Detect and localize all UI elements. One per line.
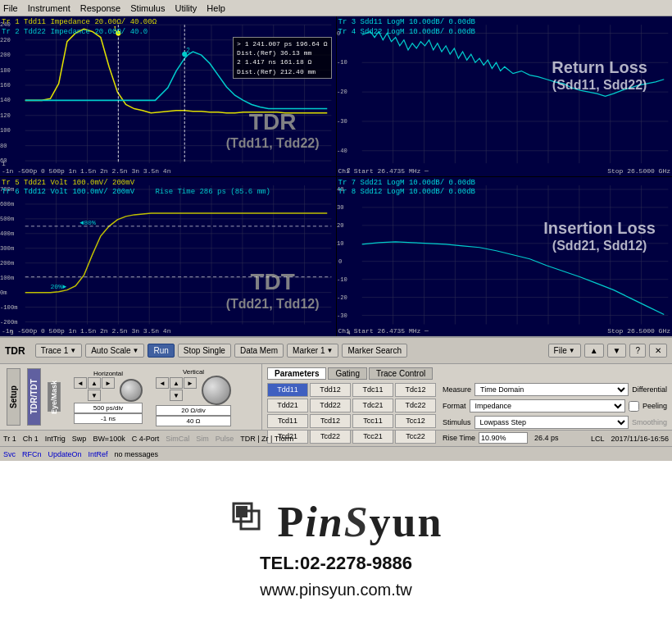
svg-text:180: 180 bbox=[0, 67, 11, 74]
question-button[interactable]: ? bbox=[629, 344, 646, 358]
trace-button[interactable]: Trace 1 ▼ bbox=[35, 344, 82, 358]
status-swp: Swp bbox=[72, 435, 87, 443]
param-tdd22[interactable]: Tdd22 bbox=[310, 399, 351, 412]
status-ch1: Ch 1 bbox=[23, 435, 39, 443]
measure-select[interactable]: Time Domain Frequency Domain bbox=[474, 383, 629, 396]
v-right-btn[interactable]: ► bbox=[184, 377, 197, 389]
svg-text:30: 30 bbox=[337, 203, 344, 210]
control-top-bar: TDR Trace 1 ▼ Auto Scale ▼ Run Stop Sing… bbox=[0, 338, 672, 364]
param-tdc21[interactable]: Tdc21 bbox=[352, 399, 393, 412]
horizontal-knob[interactable] bbox=[120, 379, 143, 402]
marker-search-button[interactable]: Marker Search bbox=[342, 344, 407, 358]
status-pulse: Pulse bbox=[216, 435, 234, 443]
svg-text:-100m: -100m bbox=[0, 303, 17, 310]
tdrtdt-label: TDR/TDT bbox=[27, 368, 41, 426]
param-tcc12[interactable]: Tcc12 bbox=[395, 414, 436, 428]
svg-text:-10: -10 bbox=[337, 276, 347, 282]
status-tr1: Tr 1 bbox=[3, 435, 16, 443]
menu-instrument[interactable]: Instrument bbox=[28, 3, 70, 13]
param-tcc22[interactable]: Tcc22 bbox=[395, 430, 436, 444]
stimulus-select[interactable]: Lowpass Step Lowpass Impulse Bandpass bbox=[474, 416, 629, 429]
close-button[interactable]: ✕ bbox=[649, 344, 667, 358]
svg-text:0: 0 bbox=[338, 257, 342, 264]
h-down-btn[interactable]: ▼ bbox=[88, 390, 101, 401]
plot-il-label: Insertion Loss (Sdd21, Sdd12) bbox=[543, 218, 656, 253]
plot-tdt-label: TDT (Tdd21, Tdd12) bbox=[226, 268, 320, 312]
tel-number: TEL:02-2278-9886 bbox=[260, 553, 412, 574]
menu-stimulus[interactable]: Stimulus bbox=[130, 3, 165, 13]
down-button[interactable]: ▼ bbox=[607, 344, 627, 358]
company-name-text: PinSyun bbox=[278, 498, 443, 546]
param-tcd22[interactable]: Tcd22 bbox=[310, 430, 351, 444]
smoothing-label: Smoothing bbox=[632, 418, 667, 426]
h-offset-value[interactable]: -1 ns bbox=[74, 413, 143, 424]
svg-text:300m: 300m bbox=[0, 244, 14, 251]
eyemask-label: Eye/Mask bbox=[48, 382, 61, 412]
rise-time-input[interactable] bbox=[479, 432, 528, 444]
v-down-btn[interactable]: ▼ bbox=[170, 390, 183, 401]
svg-text:-10: -10 bbox=[337, 59, 347, 66]
v-offset-value[interactable]: 40 Ω bbox=[156, 416, 231, 426]
menu-utility[interactable]: Utility bbox=[175, 3, 197, 13]
menu-help[interactable]: Help bbox=[207, 3, 225, 13]
status-lcl: LCL bbox=[591, 435, 605, 443]
status-bar-2: Svc RFCn UpdateOn IntRef no messages bbox=[0, 446, 672, 461]
menu-response[interactable]: Response bbox=[80, 3, 121, 13]
plot-rl-header: Tr 3 Sdd11 LogM 10.00dB/ 0.00dB Tr 4 Sdd… bbox=[338, 18, 671, 37]
tab-parameters[interactable]: Parameters bbox=[267, 367, 326, 380]
svg-text:2: 2 bbox=[186, 47, 190, 54]
peeling-label: Peeling bbox=[642, 402, 667, 410]
peeling-checkbox[interactable] bbox=[629, 401, 639, 412]
svg-text:-40: -40 bbox=[337, 148, 347, 154]
vertical-knob[interactable] bbox=[202, 376, 231, 405]
status-port: C 4-Port bbox=[132, 435, 160, 443]
param-tdc22[interactable]: Tdc22 bbox=[395, 399, 436, 412]
menu-file[interactable]: File bbox=[3, 3, 18, 13]
tdt-grid-svg: ◄80% 20%► 700m 600m 500m 400m 300m 200m … bbox=[0, 177, 336, 337]
param-tdc11[interactable]: Tdc11 bbox=[352, 383, 393, 397]
svg-text:500m: 500m bbox=[0, 215, 14, 221]
param-tdd21[interactable]: Tdd21 bbox=[267, 399, 308, 412]
format-select[interactable]: Impedance LogM Real bbox=[470, 399, 625, 412]
status-rfcn: RFCn bbox=[22, 450, 42, 458]
param-tcd12[interactable]: Tcd12 bbox=[310, 414, 351, 428]
tab-gating[interactable]: Gating bbox=[328, 367, 366, 380]
v-left-btn[interactable]: ◄ bbox=[156, 377, 169, 389]
param-tdd11[interactable]: Tdd11 bbox=[267, 383, 308, 397]
up-button[interactable]: ▲ bbox=[584, 344, 604, 358]
file-button[interactable]: File ▼ bbox=[548, 344, 581, 358]
h-right-btn[interactable]: ► bbox=[102, 377, 115, 389]
marker-button[interactable]: Marker 1 ▼ bbox=[287, 344, 338, 358]
param-tcc21[interactable]: Tcc21 bbox=[352, 430, 393, 444]
svg-text:-30: -30 bbox=[337, 118, 347, 125]
plot-rl-label: Return Loss (Sdd11, Sdd22) bbox=[552, 57, 647, 93]
plot-tdr-header: Tr 1 Tdd11 Impedance 20.00Ω/ 40.00Ω Tr 2… bbox=[2, 18, 334, 37]
menu-bar: File Instrument Response Stimulus Utilit… bbox=[0, 0, 672, 16]
param-tdd12[interactable]: Tdd12 bbox=[310, 383, 351, 397]
run-button[interactable]: Run bbox=[148, 344, 174, 358]
param-tcc11[interactable]: Tcc11 bbox=[352, 414, 393, 428]
status-inttrig: IntTrig bbox=[45, 435, 66, 443]
param-tcd11[interactable]: Tcd11 bbox=[267, 414, 308, 428]
plot-tdr-label: TDR (Tdd11, Tdd22) bbox=[226, 108, 320, 152]
h-left-btn[interactable]: ◄ bbox=[74, 377, 87, 389]
svg-text:160: 160 bbox=[0, 82, 11, 89]
auto-scale-button[interactable]: Auto Scale ▼ bbox=[85, 344, 144, 358]
param-tdc12[interactable]: Tdc12 bbox=[395, 383, 436, 397]
svg-text:◄80%: ◄80% bbox=[79, 218, 96, 226]
format-label: Format bbox=[443, 402, 466, 410]
svg-text:10: 10 bbox=[337, 239, 344, 246]
logo-area: PinSyun bbox=[229, 498, 443, 546]
tab-trace-control[interactable]: Trace Control bbox=[369, 367, 433, 380]
stop-single-button[interactable]: Stop Single bbox=[178, 344, 231, 358]
svg-text:0m: 0m bbox=[0, 289, 7, 295]
h-scale-value[interactable]: 500 ps/div bbox=[74, 403, 143, 413]
v-up-btn[interactable]: ▲ bbox=[170, 377, 183, 389]
svg-text:-20: -20 bbox=[337, 294, 347, 300]
svg-text:80: 80 bbox=[0, 143, 7, 149]
v-scale-value[interactable]: 20 Ω/div bbox=[156, 405, 231, 416]
setup-label: Setup bbox=[7, 368, 20, 426]
status-update: UpdateOn bbox=[48, 450, 82, 458]
h-up-btn[interactable]: ▲ bbox=[88, 377, 101, 389]
data-mem-button[interactable]: Data Mem bbox=[234, 344, 284, 358]
